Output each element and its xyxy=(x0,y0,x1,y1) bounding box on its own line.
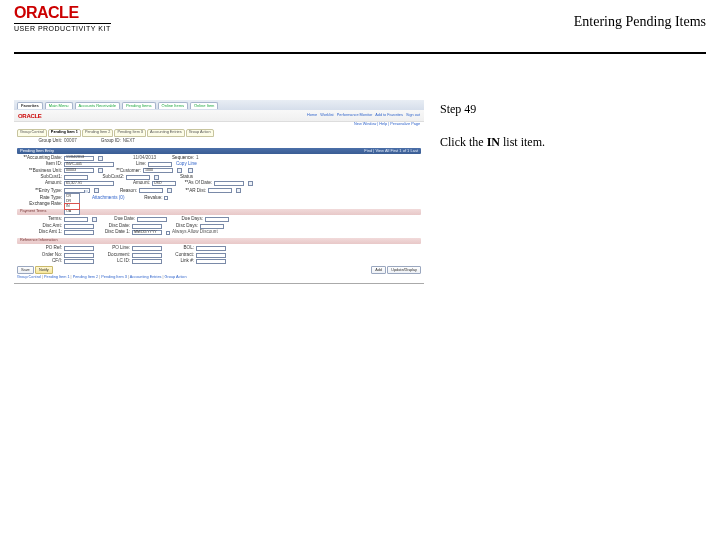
poref-label: PO Ref: xyxy=(18,246,64,251)
lcid-input[interactable] xyxy=(132,259,162,264)
page-header: ORACLE USER PRODUCTIVITY KIT Entering Pe… xyxy=(0,0,720,46)
attachments-link[interactable]: Attachments (0) xyxy=(92,196,130,201)
group-id-label: Group ID: xyxy=(83,139,123,144)
bu-input[interactable]: 00003 xyxy=(64,168,94,173)
allow-discount-label: Always Allow Discount xyxy=(172,230,224,235)
lookup-icon[interactable] xyxy=(94,188,99,193)
mini-oracle-logo: ORACLE xyxy=(18,113,42,119)
disc-amt-input[interactable] xyxy=(64,224,94,229)
contract-input[interactable] xyxy=(196,253,226,258)
group-unit-value: 00007 xyxy=(64,139,83,144)
subtab[interactable]: Pending Item 1 xyxy=(48,129,81,137)
subtab[interactable]: Pending Item 3 xyxy=(114,129,146,137)
oracle-logo-text: ORACLE xyxy=(14,4,111,22)
bol-label: BOL: xyxy=(166,246,196,251)
section-nav-tools[interactable]: Find | View All First 1 of 1 Last xyxy=(364,149,418,153)
link-label: Link #: xyxy=(166,259,196,264)
subtab[interactable]: Group Action xyxy=(186,129,214,137)
lookup-icon[interactable] xyxy=(154,175,159,180)
entry-type-options: CR DR IN OA xyxy=(64,193,80,215)
calendar-icon[interactable] xyxy=(248,181,253,186)
line-input[interactable] xyxy=(148,162,172,167)
due-days-input[interactable] xyxy=(205,217,229,222)
instruction-bold: IN xyxy=(487,135,500,149)
contract-label: Contract: xyxy=(166,253,196,258)
disc-date-label: Disc Date: xyxy=(98,224,132,229)
subtab[interactable]: Accounting Entries xyxy=(147,129,185,137)
top-tab[interactable]: Online Item xyxy=(190,102,218,109)
item-id-input[interactable]: INVC-445 xyxy=(64,162,114,167)
acctg-date-input[interactable]: 11/04/2013 xyxy=(64,156,94,161)
orderno-label: Order No: xyxy=(18,253,64,258)
doc-title: Entering Pending Items xyxy=(574,14,706,30)
top-tab[interactable]: Accounts Receivable xyxy=(75,102,120,109)
subcust1-label: SubCust1: xyxy=(18,175,64,180)
disc-days-input[interactable] xyxy=(200,224,224,229)
top-tab[interactable]: Online Items xyxy=(158,102,188,109)
link-input[interactable] xyxy=(196,259,226,264)
footer-tab-links[interactable]: Group Control | Pending Item 1 | Pending… xyxy=(14,275,424,283)
lookup-icon[interactable] xyxy=(98,156,103,161)
bottom-button-bar: Save Notify Add Update/Display xyxy=(14,266,424,275)
ardist-input[interactable] xyxy=(208,188,232,193)
customer-detail-icon[interactable] xyxy=(188,168,193,173)
terms-input[interactable] xyxy=(64,217,88,222)
payment-terms-form: Terms: Due Date: Due Days: Disc Amt: Dis… xyxy=(14,215,424,237)
subtab[interactable]: Pending Item 2 xyxy=(82,129,114,137)
subcust1-input[interactable] xyxy=(64,175,88,180)
poref-input[interactable] xyxy=(64,246,94,251)
disc-date1-label: Disc Date 1: xyxy=(98,230,132,235)
upk-subtitle: USER PRODUCTIVITY KIT xyxy=(14,23,111,32)
lookup-icon[interactable] xyxy=(98,168,103,173)
global-links[interactable]: Home Worklist Performance Monitor Add to… xyxy=(307,114,420,118)
poline-input[interactable] xyxy=(132,246,162,251)
allow-discount-checkbox[interactable] xyxy=(166,231,170,235)
customer-input[interactable]: 1000 xyxy=(143,168,173,173)
reason-label: Reason: xyxy=(105,189,139,194)
bol-input[interactable] xyxy=(196,246,226,251)
lookup-icon[interactable] xyxy=(177,168,182,173)
cfi-label: CF/I: xyxy=(18,259,64,264)
add-button[interactable]: Add xyxy=(371,266,386,274)
asof-input[interactable] xyxy=(214,181,244,186)
revalue-label: Revalue: xyxy=(130,196,164,201)
lookup-icon[interactable] xyxy=(167,188,172,193)
customer-label: *Customer: xyxy=(109,169,143,174)
lookup-icon[interactable] xyxy=(236,188,241,193)
disc-date-input[interactable] xyxy=(132,224,162,229)
due-days-label: Due Days: xyxy=(171,217,205,222)
orderno-input[interactable] xyxy=(64,253,94,258)
save-button[interactable]: Save xyxy=(17,266,34,274)
option-oa[interactable]: OA xyxy=(65,209,79,214)
notify-button[interactable]: Notify xyxy=(35,266,53,274)
app-screenshot: Favorites Main Menu Accounts Receivable … xyxy=(14,100,424,284)
ardist-label: *AR Dist: xyxy=(178,189,208,194)
window-help-links[interactable]: New Window | Help | Personalize Page xyxy=(14,122,424,128)
group-id-value: NEXT xyxy=(123,139,141,144)
amount-input[interactable]: 65,327.91 xyxy=(64,181,114,186)
copy-line-link[interactable]: Copy Line xyxy=(176,162,203,167)
subcust2-label: SubCust2: xyxy=(92,175,126,180)
update-display-button[interactable]: Update/Display xyxy=(387,266,421,274)
acctg-date-display: 11/04/2013 xyxy=(133,156,162,161)
disc-days-label: Disc Days: xyxy=(166,224,200,229)
page-subtabs: Group Control Pending Item 1 Pending Ite… xyxy=(14,129,424,137)
lookup-icon[interactable] xyxy=(92,217,97,222)
top-tab[interactable]: Pending Items xyxy=(122,102,156,109)
currency-input[interactable]: USD xyxy=(152,181,176,186)
top-tab[interactable]: Favorites xyxy=(17,102,43,109)
disc-amt1-input[interactable] xyxy=(64,230,94,235)
document-input[interactable] xyxy=(132,253,162,258)
subtab[interactable]: Group Control xyxy=(17,129,47,137)
due-date-input[interactable] xyxy=(137,217,167,222)
revalue-checkbox[interactable] xyxy=(164,196,168,200)
subcust2-input[interactable] xyxy=(126,175,150,180)
disc-date1-input[interactable]: MM/DD/YYYY xyxy=(132,230,162,235)
due-date-label: Due Date: xyxy=(103,217,137,222)
reason-input[interactable] xyxy=(139,188,163,193)
lcid-label: LC ID: xyxy=(98,259,132,264)
cfi-input[interactable] xyxy=(64,259,94,264)
acctg-date-label: *Accounting Date: xyxy=(18,156,64,161)
exch-rate-label: Exchange Rate: xyxy=(18,202,64,207)
top-tab[interactable]: Main Menu xyxy=(45,102,73,109)
